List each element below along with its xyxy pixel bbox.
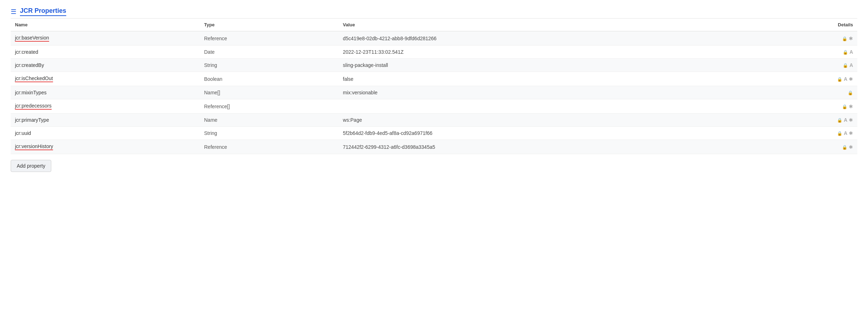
property-name: jcr:baseVersion bbox=[15, 35, 49, 42]
col-header-details: Details bbox=[752, 19, 857, 31]
property-name-cell: jcr:primaryType bbox=[11, 114, 200, 127]
property-details-cell: 🔒 bbox=[752, 86, 857, 99]
asterisk-icon: ✱ bbox=[849, 117, 853, 123]
table-row: jcr:uuidString5f2b64d2-fdb9-4ed5-af8a-cd… bbox=[11, 127, 857, 140]
table-row: jcr:createdByStringsling-package-install… bbox=[11, 59, 857, 72]
lock-icon: 🔒 bbox=[843, 50, 848, 55]
lock-icon: 🔒 bbox=[842, 145, 847, 150]
col-header-name: Name bbox=[11, 19, 200, 31]
property-value-cell: sling-package-install bbox=[339, 59, 752, 72]
edit-icon: A bbox=[844, 117, 847, 123]
property-name-cell: jcr:created bbox=[11, 46, 200, 59]
property-name-cell: jcr:versionHistory bbox=[11, 140, 200, 154]
property-name: jcr:isCheckedOut bbox=[15, 75, 53, 82]
panel-header: ☰ JCR Properties bbox=[11, 7, 857, 16]
property-type-cell: Reference bbox=[200, 31, 339, 46]
lock-icon: 🔒 bbox=[842, 36, 847, 41]
property-type-cell: Date bbox=[200, 46, 339, 59]
property-name-cell: jcr:mixinTypes bbox=[11, 86, 200, 99]
property-details-cell: 🔒A bbox=[752, 59, 857, 72]
property-value-cell: d5c419e8-02db-4212-abb8-9dfd6d281266 bbox=[339, 31, 752, 46]
property-name-cell: jcr:createdBy bbox=[11, 59, 200, 72]
property-name-cell: jcr:baseVersion bbox=[11, 31, 200, 46]
property-value-cell: 712442f2-6299-4312-a6fc-d3698a3345a5 bbox=[339, 140, 752, 154]
property-name-cell: jcr:predecessors bbox=[11, 99, 200, 114]
lock-icon: 🔒 bbox=[842, 104, 847, 109]
table-row: jcr:mixinTypesName[]mix:versionable🔒 bbox=[11, 86, 857, 99]
asterisk-icon: ✱ bbox=[849, 104, 853, 109]
property-type-cell: String bbox=[200, 127, 339, 140]
lock-icon: 🔒 bbox=[843, 63, 848, 68]
hamburger-icon: ☰ bbox=[11, 8, 16, 16]
property-value-cell: false bbox=[339, 72, 752, 86]
panel-title: JCR Properties bbox=[20, 7, 66, 16]
property-value-cell: 2022-12-23T11:33:02.541Z bbox=[339, 46, 752, 59]
property-details-cell: 🔒✱ bbox=[752, 140, 857, 154]
edit-icon: A bbox=[849, 62, 853, 68]
asterisk-icon: ✱ bbox=[849, 130, 853, 136]
property-details-cell: 🔒A✱ bbox=[752, 127, 857, 140]
property-type-cell: String bbox=[200, 59, 339, 72]
property-details-cell: 🔒A✱ bbox=[752, 72, 857, 86]
property-details-cell: 🔒✱ bbox=[752, 99, 857, 114]
edit-icon: A bbox=[849, 49, 853, 55]
property-value-cell: 5f2b64d2-fdb9-4ed5-af8a-cd92a6971f66 bbox=[339, 127, 752, 140]
property-type-cell: Boolean bbox=[200, 72, 339, 86]
property-value-cell: mix:versionable bbox=[339, 86, 752, 99]
edit-icon: A bbox=[844, 130, 847, 136]
property-name-cell: jcr:uuid bbox=[11, 127, 200, 140]
table-row: jcr:versionHistoryReference712442f2-6299… bbox=[11, 140, 857, 154]
lock-icon: 🔒 bbox=[837, 77, 842, 82]
lock-icon: 🔒 bbox=[837, 118, 842, 123]
property-type-cell: Reference[] bbox=[200, 99, 339, 114]
property-details-cell: 🔒A✱ bbox=[752, 114, 857, 127]
asterisk-icon: ✱ bbox=[849, 144, 853, 150]
table-row: jcr:baseVersionReferenced5c419e8-02db-42… bbox=[11, 31, 857, 46]
table-header-row: Name Type Value Details bbox=[11, 19, 857, 31]
property-value-cell bbox=[339, 99, 752, 114]
lock-icon: 🔒 bbox=[837, 131, 842, 136]
add-property-button[interactable]: Add property bbox=[11, 160, 51, 172]
asterisk-icon: ✱ bbox=[849, 76, 853, 82]
asterisk-icon: ✱ bbox=[849, 36, 853, 41]
col-header-value: Value bbox=[339, 19, 752, 31]
jcr-properties-table: Name Type Value Details jcr:baseVersionR… bbox=[11, 19, 857, 154]
property-details-cell: 🔒✱ bbox=[752, 31, 857, 46]
property-type-cell: Reference bbox=[200, 140, 339, 154]
edit-icon: A bbox=[844, 76, 847, 82]
table-row: jcr:primaryTypeNamews:Page🔒A✱ bbox=[11, 114, 857, 127]
property-name: jcr:versionHistory bbox=[15, 143, 53, 150]
table-row: jcr:isCheckedOutBooleanfalse🔒A✱ bbox=[11, 72, 857, 86]
property-value-cell: ws:Page bbox=[339, 114, 752, 127]
col-header-type: Type bbox=[200, 19, 339, 31]
property-type-cell: Name bbox=[200, 114, 339, 127]
table-row: jcr:predecessorsReference[]🔒✱ bbox=[11, 99, 857, 114]
property-type-cell: Name[] bbox=[200, 86, 339, 99]
property-name: jcr:predecessors bbox=[15, 103, 52, 110]
property-name-cell: jcr:isCheckedOut bbox=[11, 72, 200, 86]
table-row: jcr:createdDate2022-12-23T11:33:02.541Z🔒… bbox=[11, 46, 857, 59]
lock-icon: 🔒 bbox=[848, 90, 853, 95]
property-details-cell: 🔒A bbox=[752, 46, 857, 59]
